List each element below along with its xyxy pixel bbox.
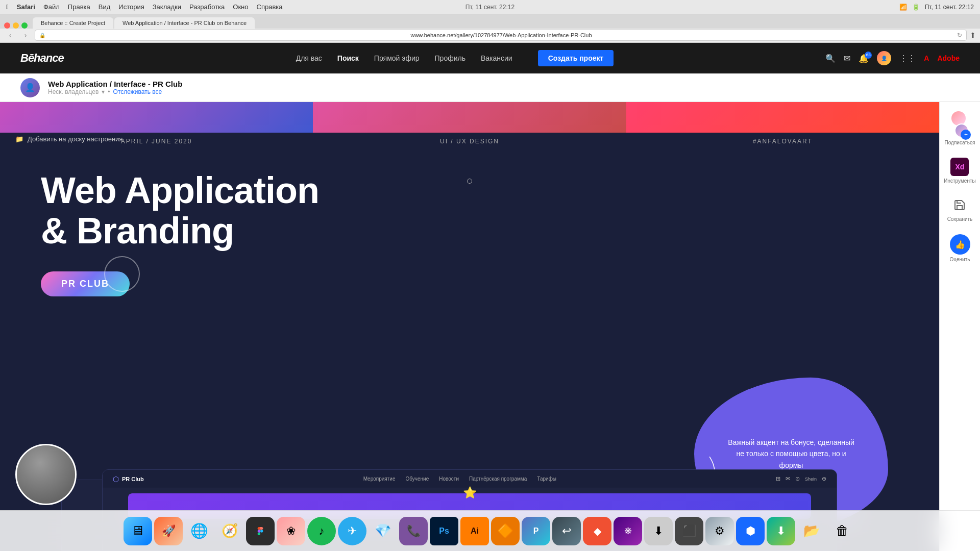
menu-window[interactable]: Окно	[233, 3, 248, 11]
project-meta: Неск. владельцев ▾ • Отслеживать все	[48, 88, 182, 95]
dock-stack[interactable]: ⬛	[675, 517, 703, 545]
tab-2-label: Web Application / Interface - PR Club on…	[122, 20, 247, 26]
fullscreen-button[interactable]	[21, 22, 28, 29]
menu-view[interactable]: Вид	[99, 3, 111, 11]
subscribe-label: Подписаться	[945, 140, 975, 145]
dock-telegram[interactable]: ✈	[338, 517, 366, 545]
nav-livestream[interactable]: Прямой эфир	[374, 54, 420, 62]
dock-launchpad[interactable]: 🚀	[154, 517, 183, 545]
blob-text: Важный акцент на бонусе, сделанный не то…	[725, 437, 857, 471]
save-label: Сохранить	[947, 216, 973, 222]
star-icon: ⭐	[463, 486, 477, 499]
browser-tab-2[interactable]: Web Application / Interface - PR Club on…	[114, 17, 255, 29]
rate-label: Оценить	[950, 257, 970, 262]
create-project-button[interactable]: Создать проект	[538, 50, 614, 66]
dock-viber[interactable]: 📞	[399, 517, 428, 545]
forward-button[interactable]: ›	[19, 29, 32, 41]
browser-toolbar: ‹ › 🔒 www.behance.net/gallery/102784977/…	[0, 29, 980, 43]
add-moodboard-button[interactable]: 📁 Добавить на доску настроения	[15, 135, 122, 143]
mockup-nav-links: Мероприятие Обучение Новости Партнёрская…	[363, 476, 556, 482]
dock-illustrator[interactable]: Ai	[460, 517, 489, 545]
owners-label[interactable]: Неск. владельцев	[48, 88, 99, 95]
apple-icon[interactable]: 	[6, 3, 9, 11]
menu-file[interactable]: Файл	[43, 3, 60, 11]
dock-app9[interactable]: ❋	[614, 517, 642, 545]
dock-safari[interactable]: 🧭	[215, 517, 244, 545]
dock-blender[interactable]: 🔶	[491, 517, 520, 545]
add-moodboard-label: Добавить на доску настроения	[28, 135, 122, 143]
dock-trash[interactable]: 🗑	[828, 517, 856, 545]
traffic-lights	[4, 22, 28, 29]
mockup-right-icons: ⊞ ✉ ⊙ Shein ⊕	[776, 475, 826, 482]
menu-help[interactable]: Справка	[257, 3, 283, 11]
lock-icon: 🔒	[39, 33, 45, 38]
rate-action[interactable]: 👍 Оценить	[950, 234, 970, 262]
menu-history[interactable]: История	[118, 3, 144, 11]
mockup-link-2[interactable]: Обучение	[406, 476, 429, 482]
project-avatar: 👤	[20, 78, 40, 97]
mockup-logo: ⬡ PR Club	[113, 475, 144, 483]
behance-logo[interactable]: Bēhance	[20, 52, 64, 65]
nav-profile[interactable]: Профиль	[435, 54, 465, 62]
mockup-navbar: ⬡ PR Club Мероприятие Обучение Новости П…	[103, 470, 837, 488]
messages-icon[interactable]: ✉	[844, 54, 850, 63]
dock-git[interactable]: ◆	[583, 517, 611, 545]
xd-icon: Xd	[950, 158, 969, 176]
app-name[interactable]: Safari	[17, 3, 35, 11]
mockup-link-1[interactable]: Мероприятие	[363, 476, 396, 482]
dock-downloader[interactable]: ⬇	[767, 517, 795, 545]
nav-for-you[interactable]: Для вас	[296, 54, 322, 62]
band-pink	[313, 102, 626, 133]
dock-spotify[interactable]: ♪	[307, 517, 336, 545]
wifi-icon: 📶	[899, 4, 907, 11]
nav-jobs[interactable]: Вакансии	[481, 54, 512, 62]
dock-figma[interactable]	[246, 517, 275, 545]
dock-sketch[interactable]: 💎	[369, 517, 397, 545]
dock-petal[interactable]: ❀	[277, 517, 305, 545]
share-icon[interactable]: ⬆	[970, 31, 976, 39]
dropdown-icon[interactable]: ▾	[102, 88, 105, 95]
dock-photoshop[interactable]: Ps	[430, 517, 458, 545]
mockup-link-4[interactable]: Партнёрская программа	[469, 476, 527, 482]
dock-chrome[interactable]: 🌐	[185, 517, 213, 545]
mac-status-icons: 📶 🔋 Пт, 11 сент. 22:12	[899, 4, 974, 11]
menu-bookmarks[interactable]: Закладки	[153, 3, 181, 11]
xd-text: Xd	[955, 163, 965, 171]
dot-indicator	[467, 179, 472, 184]
notifications-icon[interactable]: 🔔 63	[859, 54, 869, 63]
mockup-link-3[interactable]: Новости	[439, 476, 459, 482]
save-action[interactable]: Сохранить	[947, 196, 973, 222]
band-purple	[0, 102, 313, 133]
url-bar[interactable]: 🔒 www.behance.net/gallery/102784977/Web-…	[35, 30, 967, 41]
menu-dev[interactable]: Разработка	[189, 3, 225, 11]
mockup-link-5[interactable]: Тарифы	[537, 476, 556, 482]
follow-all-link[interactable]: Отслеживать все	[113, 88, 162, 95]
clock: Пт, 11 сент. 22:12	[925, 4, 974, 11]
mac-menu-left:  Safari Файл Правка Вид История Закладк…	[6, 3, 283, 11]
dock-folders[interactable]: 📂	[797, 517, 826, 545]
hero-title-line2: & Branding	[41, 211, 898, 251]
dock-clipboard[interactable]: ↩	[552, 517, 581, 545]
circle-decoration	[104, 256, 140, 292]
project-canvas: APRIL / JUNE 2020 UI / UX DESIGN #ANFALO…	[0, 102, 939, 551]
nav-search[interactable]: Поиск	[337, 54, 359, 62]
minimize-button[interactable]	[13, 22, 19, 29]
reload-icon[interactable]: ↻	[957, 32, 962, 39]
dock-blue-app[interactable]: ⬢	[736, 517, 765, 545]
browser-tab-1[interactable]: Behance :: Create Project	[33, 17, 113, 29]
user-avatar[interactable]: 👤	[877, 51, 891, 65]
close-button[interactable]	[4, 22, 10, 29]
back-button[interactable]: ‹	[4, 29, 16, 41]
apps-grid-icon[interactable]: ⋮⋮	[899, 54, 916, 63]
mockup-logo-text: PR Club	[122, 476, 144, 482]
dock-pixelmator[interactable]: P	[522, 517, 550, 545]
like-button[interactable]: 👍	[950, 234, 970, 255]
dock-finder[interactable]: 🖥	[124, 517, 152, 545]
tools-action[interactable]: Xd Инструменты	[944, 158, 975, 184]
dock-system-prefs[interactable]: ⚙	[705, 517, 734, 545]
menu-edit[interactable]: Правка	[68, 3, 90, 11]
pr-club-label: PR CLUB	[61, 279, 109, 289]
search-nav-icon[interactable]: 🔍	[825, 54, 836, 63]
subscribe-action[interactable]: + Подписаться	[945, 110, 975, 145]
dock-qbittorrent[interactable]: ⬇	[644, 517, 673, 545]
